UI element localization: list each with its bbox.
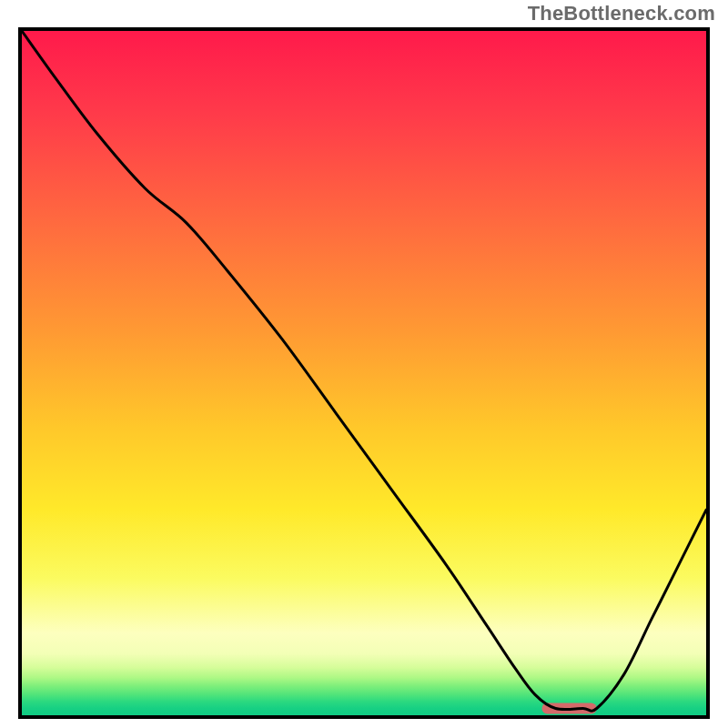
chart-root: TheBottleneck.com xyxy=(0,0,728,728)
plot-frame xyxy=(18,27,710,719)
bottleneck-curve xyxy=(22,31,706,711)
curve-layer xyxy=(22,31,706,715)
watermark-text: TheBottleneck.com xyxy=(528,2,715,25)
